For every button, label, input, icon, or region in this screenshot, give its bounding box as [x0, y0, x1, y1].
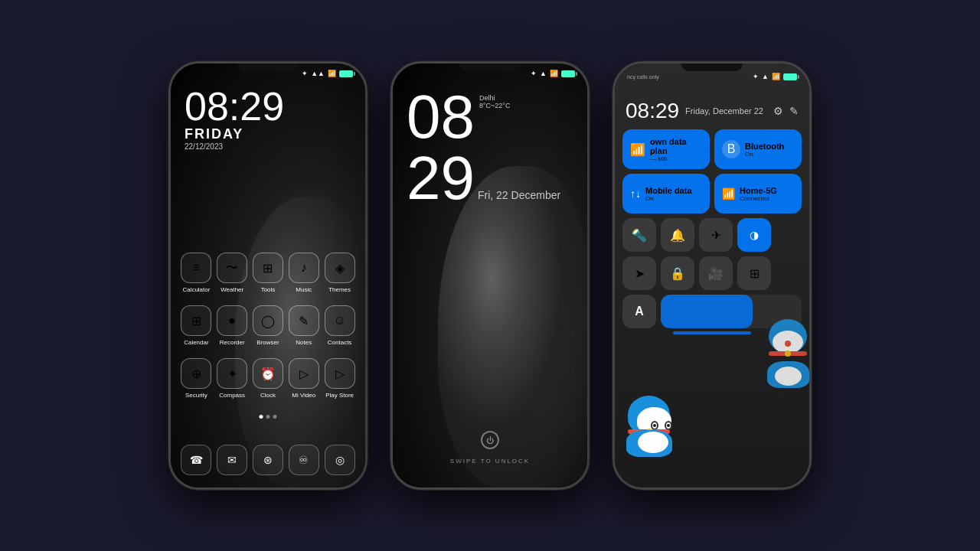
weather-icon[interactable]: 〜	[217, 253, 247, 283]
security-icon[interactable]: ⊕	[181, 358, 211, 389]
bell-tile[interactable]: 🔔	[661, 218, 694, 252]
settings-dock-icon[interactable]: ◎	[325, 445, 355, 475]
ctrl-row-3: 🔦 🔔 ✈ ◑	[622, 218, 802, 252]
settings-icon[interactable]: ⚙	[773, 105, 783, 117]
calculator-icon[interactable]: ≡	[181, 253, 211, 283]
app-row-3: ⊕ Security ✦ Compass ⏰ Clock ▷ Mi Video …	[178, 358, 358, 399]
flashlight-tile[interactable]: 🔦	[622, 218, 656, 252]
wifi-tile[interactable]: 📶 Home-5G Connected	[714, 174, 802, 214]
location-tile[interactable]: ➤	[622, 256, 656, 290]
mobile-data-icon: ↑↓	[630, 187, 641, 200]
darkmode-tile[interactable]: ◑	[737, 218, 771, 252]
notes-icon[interactable]: ✎	[289, 305, 319, 336]
phone2-minutes: 29	[407, 148, 475, 209]
app-label: Security	[185, 392, 207, 399]
volume-slider[interactable]	[673, 331, 751, 334]
list-item[interactable]: ⏰ Clock	[251, 358, 285, 399]
app-label: Recorder	[220, 339, 245, 346]
bluetooth-tile[interactable]: B Bluetooth On	[714, 129, 802, 169]
compass-icon[interactable]: ✦	[217, 358, 247, 389]
screen-record-tile[interactable]: ⊞	[737, 256, 771, 290]
music-icon[interactable]: ♪	[289, 253, 319, 283]
app-label: Play Store	[325, 392, 354, 399]
mobile-data-sub: On	[645, 195, 692, 202]
list-item[interactable]: ≡ Calculator	[179, 253, 213, 293]
app-label: Calculator	[182, 286, 210, 293]
shortcut-dock-icon[interactable]: ♾	[289, 445, 319, 475]
app-label: Compass	[219, 392, 245, 399]
list-item[interactable]: ▷ Play Store	[323, 358, 357, 399]
font-tile[interactable]: A	[622, 295, 656, 328]
bluetooth-sub: On	[745, 151, 784, 158]
airplane-tile[interactable]: ✈	[699, 218, 733, 252]
themes-icon[interactable]: ◈	[325, 253, 355, 283]
wifi-tile-icon: 📶	[722, 187, 735, 200]
list-item[interactable]: ✎ Notes	[287, 305, 321, 346]
playstore-icon[interactable]: ▷	[325, 358, 355, 389]
phone2-hours: 08	[407, 83, 475, 151]
phone2-time: 08 Delhi 8°C~22°C 29 Fri, 22 December	[407, 86, 560, 209]
browser-icon[interactable]: ◯	[253, 305, 283, 336]
dot	[273, 415, 277, 419]
app-label: Music	[296, 286, 312, 293]
wifi-icon: 📶	[772, 73, 780, 80]
app-label: Browser	[256, 339, 279, 346]
wifi-icon: 📶	[328, 70, 336, 77]
app-label: Weather	[220, 286, 243, 293]
list-item[interactable]: ◯ Browser	[251, 305, 285, 346]
dot-active	[260, 415, 263, 419]
date-display: 22/12/2023	[185, 142, 284, 151]
power-icon[interactable]: ⏻	[481, 431, 499, 449]
swipe-text: SWIPE TO UNLOCK	[450, 458, 530, 465]
phone1-time: 08:29 FRIDAY 22/12/2023	[185, 86, 284, 151]
ctrl-row-1: 📶 own data plan — MB B Bluetooth On	[622, 129, 802, 169]
app-label: Themes	[328, 286, 351, 293]
wifi-icon: 📶	[550, 70, 558, 77]
wifi-sub: Connected	[740, 195, 777, 202]
list-item[interactable]: ▷ Mi Video	[287, 358, 321, 399]
lock-tile[interactable]: 🔒	[661, 256, 694, 290]
control-header: 08:29 Friday, December 22 ⚙ ✎	[615, 83, 809, 129]
list-item[interactable]: ☺ Contacts	[323, 305, 357, 346]
camera-tile[interactable]: 🎥	[699, 256, 733, 290]
signal-icon: ▲	[762, 73, 769, 80]
list-item[interactable]: 〜 Weather	[215, 253, 249, 293]
battery-icon	[561, 70, 575, 77]
battery-icon	[339, 70, 353, 77]
doraemon-character	[622, 396, 676, 457]
app-label: Clock	[260, 392, 276, 399]
camera-dock-icon[interactable]: ⊛	[253, 445, 283, 475]
day-display: FRIDAY	[185, 126, 284, 142]
data-plan-tile[interactable]: 📶 own data plan — MB	[622, 129, 710, 169]
battery-icon	[783, 73, 797, 80]
recorder-icon[interactable]: ●	[217, 305, 247, 336]
signal-icon: ▲▲	[311, 70, 325, 77]
list-item[interactable]: ◈ Themes	[323, 253, 357, 293]
tools-icon[interactable]: ⊞	[253, 253, 283, 283]
phone2-temp: 8°C~22°C	[479, 102, 510, 109]
list-item[interactable]: ⊞ Calendar	[179, 305, 213, 346]
bluetooth-tile-icon: B	[722, 140, 740, 158]
bluetooth-label: Bluetooth	[745, 142, 784, 151]
list-item[interactable]: ♪ Music	[287, 253, 321, 293]
ctrl-row-4: ➤ 🔒 🎥 ⊞	[622, 256, 802, 290]
mobile-data-tile[interactable]: ↑↓ Mobile data On	[622, 174, 710, 214]
message-dock-icon[interactable]: ✉	[217, 445, 247, 475]
control-edit-icons: ⚙ ✎	[773, 105, 799, 117]
mivideo-icon[interactable]: ▷	[289, 358, 319, 389]
status-bar-2: ✦ ▲ 📶	[393, 64, 587, 80]
bluetooth-icon: ✦	[531, 70, 537, 77]
phone-dock-icon[interactable]: ☎	[181, 445, 211, 475]
data-icon: 📶	[630, 142, 645, 157]
app-grid: ≡ Calculator 〜 Weather ⊞ Tools ♪ Music ◈	[171, 253, 365, 411]
bluetooth-icon: ✦	[302, 70, 308, 77]
data-label: own data plan	[650, 137, 702, 155]
clock-icon[interactable]: ⏰	[253, 358, 283, 389]
calendar-icon[interactable]: ⊞	[181, 305, 211, 336]
list-item[interactable]: ⊕ Security	[179, 358, 213, 399]
list-item[interactable]: ⊞ Tools	[251, 253, 285, 293]
list-item[interactable]: ✦ Compass	[215, 358, 249, 399]
edit-icon[interactable]: ✎	[789, 105, 799, 117]
list-item[interactable]: ● Recorder	[215, 305, 249, 346]
contacts-icon[interactable]: ☺	[325, 305, 355, 336]
